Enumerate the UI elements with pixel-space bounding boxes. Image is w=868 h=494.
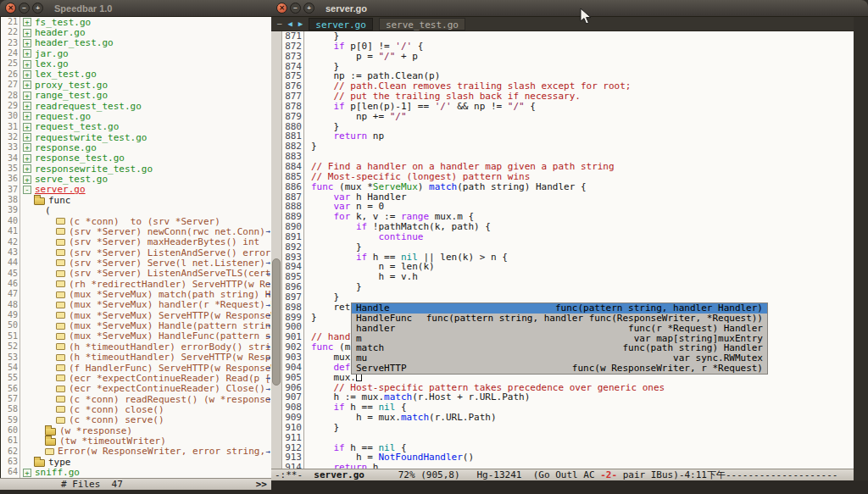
speedbar-item-label[interactable]: (c *conn) readRequest() (w *response, e xyxy=(69,394,271,405)
tag-icon[interactable] xyxy=(56,354,65,361)
speedbar-item-label[interactable]: response_test.go xyxy=(35,153,125,164)
speedbar-item-label[interactable]: (h *timeoutHandler) errorBody() strin xyxy=(69,341,271,352)
speedbar-item-label[interactable]: (mux *ServeMux) HandleFunc(pattern st xyxy=(69,330,271,341)
speedbar-item-label[interactable]: lex.go xyxy=(35,58,69,69)
tag-icon[interactable] xyxy=(56,280,65,287)
speedbar-item-label[interactable]: range_test.go xyxy=(35,90,108,101)
expander-plus-icon[interactable]: + xyxy=(23,39,31,47)
minimize-icon[interactable]: − xyxy=(290,3,301,14)
tag-icon[interactable] xyxy=(56,302,65,308)
scrollbar-thumb[interactable] xyxy=(272,258,281,386)
expander-plus-icon[interactable]: + xyxy=(23,469,31,477)
close-icon[interactable]: ✕ xyxy=(276,3,287,14)
tag-icon[interactable] xyxy=(45,448,54,455)
folder-icon[interactable] xyxy=(45,428,56,436)
expander-plus-icon[interactable]: + xyxy=(23,70,31,79)
speedbar-item-label[interactable]: responsewrite_test.go xyxy=(35,164,153,175)
speedbar-file-tree[interactable]: 21+fs_test.go22+header.go23+header_test.… xyxy=(0,17,271,478)
expander-plus-icon[interactable]: + xyxy=(23,154,31,163)
expander-plus-icon[interactable]: + xyxy=(23,92,31,100)
expander-plus-icon[interactable]: + xyxy=(23,80,31,89)
speedbar-item-label[interactable]: (srv *Server) ListenAndServe() error xyxy=(69,247,270,258)
expander-plus-icon[interactable]: + xyxy=(23,49,31,58)
tag-icon[interactable] xyxy=(56,406,65,413)
speedbar-item-label[interactable]: (tw *timeoutWriter) xyxy=(59,436,166,447)
speedbar-item-label[interactable]: (w *response) xyxy=(59,425,132,436)
vertical-scrollbar[interactable] xyxy=(271,31,282,469)
tag-icon[interactable] xyxy=(56,323,65,330)
expander-plus-icon[interactable]: + xyxy=(23,60,31,69)
speedbar-item-label[interactable]: Error(w ResponseWriter, error string, c xyxy=(58,446,271,457)
completion-item[interactable]: handlerfunc(r *Request) Handler xyxy=(352,324,767,334)
speedbar-item-label[interactable]: (mux *ServeMux) handler(r *Request) H xyxy=(69,299,271,310)
maximize-icon[interactable]: + xyxy=(303,3,314,14)
tag-icon[interactable] xyxy=(56,270,65,277)
speedbar-item-label[interactable]: type xyxy=(48,457,71,468)
tag-icon[interactable] xyxy=(56,312,65,319)
tag-icon[interactable] xyxy=(56,291,65,298)
tag-icon[interactable] xyxy=(56,386,65,392)
speedbar-item-label[interactable]: request_test.go xyxy=(35,121,119,132)
speedbar-item-label[interactable]: (mux *ServeMux) ServeHTTP(w ResponseW xyxy=(69,310,271,321)
expander-plus-icon[interactable]: + xyxy=(23,102,31,110)
expander-plus-icon[interactable]: + xyxy=(23,18,31,26)
speedbar-item-label[interactable]: requestwrite_test.go xyxy=(35,132,147,143)
close-icon[interactable]: ✕ xyxy=(5,3,16,14)
speedbar-item-label[interactable]: header_test.go xyxy=(35,37,114,48)
expander-plus-icon[interactable]: + xyxy=(23,164,31,173)
expander-minus-icon[interactable]: - xyxy=(23,186,31,194)
speedbar-item-label[interactable]: sniff.go xyxy=(35,467,80,478)
expander-plus-icon[interactable]: + xyxy=(23,143,31,152)
tab-back-icon[interactable]: ◀ xyxy=(287,19,292,28)
speedbar-item-label[interactable]: (srv *Server) ListenAndServeTLS(certF xyxy=(69,268,271,279)
speedbar-item-label[interactable]: request.go xyxy=(35,111,91,122)
speedbar-item-label[interactable]: (mux *ServeMux) match(path string) Ha xyxy=(69,289,271,300)
completion-item[interactable]: ServeHTTPfunc(w ResponseWriter, r *Reque… xyxy=(352,364,767,374)
speedbar-item-label[interactable]: (f HandlerFunc) ServeHTTP(w ResponseW xyxy=(69,363,271,374)
tag-icon[interactable] xyxy=(56,218,65,225)
tag-icon[interactable] xyxy=(56,239,65,246)
speedbar-item-label[interactable]: fs_test.go xyxy=(35,17,91,28)
speedbar-item-label[interactable]: serve_test.go xyxy=(35,174,108,185)
expander-plus-icon[interactable]: + xyxy=(23,112,31,120)
speedbar-item-label[interactable]: (c *conn) close() xyxy=(69,404,164,415)
speedbar-item-label[interactable]: proxy_test.go xyxy=(35,80,108,91)
expander-plus-icon[interactable]: + xyxy=(23,29,31,37)
folder-icon[interactable] xyxy=(34,197,45,205)
tabbar-dash-icon[interactable]: — xyxy=(277,19,281,28)
speedbar-item-label[interactable]: header.go xyxy=(35,27,86,38)
speedbar-item-label[interactable]: jar.go xyxy=(35,48,69,59)
tag-icon[interactable] xyxy=(56,375,65,381)
tab-serve_test.go[interactable]: serve_test.go xyxy=(379,18,465,31)
speedbar-item-label[interactable]: (ecr *expectContinueReader) Close() e xyxy=(69,383,271,394)
completion-item[interactable]: HandleFuncfunc(pattern string, handler f… xyxy=(352,314,767,324)
maximize-icon[interactable]: + xyxy=(32,3,43,14)
speedbar-item-label[interactable]: (c *conn) serve() xyxy=(69,414,164,425)
tag-icon[interactable] xyxy=(56,259,65,266)
speedbar-item-label[interactable]: response.go xyxy=(35,142,97,153)
speedbar-item-label[interactable]: func xyxy=(48,195,71,206)
folder-icon[interactable] xyxy=(45,438,56,446)
speedbar-item-label[interactable]: (ecr *expectContinueReader) Read(p [] xyxy=(69,373,271,384)
tag-icon[interactable] xyxy=(56,249,65,256)
tag-icon[interactable] xyxy=(56,364,65,371)
speedbar-item-label[interactable]: lex_test.go xyxy=(35,69,97,80)
speedbar-item-label[interactable]: (c *conn) to (srv *Server) xyxy=(69,216,220,227)
speedbar-item-label[interactable]: (rh *redirectHandler) ServeHTTP(w Res xyxy=(69,279,271,290)
speedbar-item-label[interactable]: server.go xyxy=(35,184,86,195)
minibuffer[interactable]: ,'': 'tab' 'off' xyxy=(271,480,868,494)
expander-plus-icon[interactable]: + xyxy=(23,123,31,131)
tag-icon[interactable] xyxy=(56,417,65,424)
code-editor[interactable]: 871 }872 if p[0] != '/' {873 p = "/" + p… xyxy=(282,31,854,469)
speedbar-item-label[interactable]: (srv *Server) newConn(rwc net.Conn) (c xyxy=(69,226,271,237)
speedbar-item-label[interactable]: (srv *Server) Serve(l net.Listener) e xyxy=(69,258,271,269)
speedbar-item-label[interactable]: ( xyxy=(45,205,51,216)
speedbar-item-label[interactable]: (srv *Server) maxHeaderBytes() int xyxy=(69,236,259,247)
speedbar-item-label[interactable]: readrequest_test.go xyxy=(35,101,142,112)
folder-icon[interactable] xyxy=(34,459,45,467)
tag-icon[interactable] xyxy=(56,228,65,235)
tag-icon[interactable] xyxy=(56,396,65,402)
speedbar-item-label[interactable]: (mux *ServeMux) Handle(pattern string xyxy=(69,320,271,331)
expander-plus-icon[interactable]: + xyxy=(23,175,31,184)
tab-server.go[interactable]: server.go xyxy=(309,18,373,31)
